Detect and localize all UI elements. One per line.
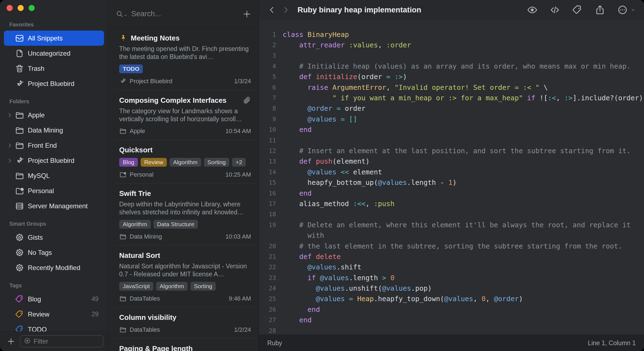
folder-user-icon bbox=[119, 171, 127, 178]
code-text: def initialize(order = :>) bbox=[283, 73, 407, 81]
code-editor[interactable]: 1class BinaryHeap2 attr_reader :values, … bbox=[259, 20, 644, 335]
sidebar-item-no-tags[interactable]: No Tags bbox=[4, 245, 104, 260]
sidebar-item-review[interactable]: Review29 bbox=[4, 307, 104, 322]
chevron-spacer bbox=[7, 311, 15, 318]
language-selector[interactable]: Ruby bbox=[267, 339, 282, 347]
code-text: @values = [] bbox=[283, 115, 357, 123]
folder-icon bbox=[119, 127, 127, 135]
list-item-natural-sort[interactable]: Natural SortNatural Sort algorithm for J… bbox=[115, 245, 255, 307]
close-button[interactable] bbox=[7, 5, 13, 11]
tag-pill: JavaScript bbox=[119, 282, 153, 291]
line-number: 18 bbox=[259, 211, 276, 218]
chevron-spacer bbox=[7, 249, 15, 256]
sidebar-item-apple[interactable]: Apple bbox=[4, 107, 104, 123]
gear-icon bbox=[15, 233, 24, 242]
tag-icon bbox=[15, 325, 24, 332]
forward-button[interactable] bbox=[281, 5, 290, 15]
code-line: 26 end bbox=[259, 304, 644, 315]
back-button[interactable] bbox=[267, 5, 277, 15]
snippet-date: 10:03 AM bbox=[225, 233, 251, 240]
code-text: # the last element in the subtree, sorti… bbox=[283, 242, 622, 250]
folder-name: DataTables bbox=[130, 326, 160, 333]
sidebar-item-todo[interactable]: TODO bbox=[4, 322, 104, 331]
share-icon[interactable] bbox=[594, 4, 605, 15]
code-text: if @values.length > 0 bbox=[283, 274, 394, 282]
filter-icon bbox=[24, 337, 31, 345]
sidebar-section-label: Favorites bbox=[9, 21, 108, 28]
code-line: 17 alias_method :<<, :push bbox=[259, 198, 644, 209]
chevron-right-icon[interactable] bbox=[7, 157, 15, 164]
search-icon[interactable] bbox=[115, 10, 128, 18]
sidebar: FavoritesAll SnippetsUncategorizedTrashP… bbox=[0, 0, 108, 351]
snippet-list-pane: Search... Meeting NotesThe meeting opene… bbox=[108, 0, 259, 351]
chevron-right-icon[interactable] bbox=[7, 112, 15, 119]
code-text: end bbox=[283, 189, 312, 197]
snippet-title: Column visibility bbox=[119, 313, 176, 322]
sidebar-item-data-mining[interactable]: Data Mining bbox=[4, 123, 104, 138]
chevron-spacer bbox=[7, 187, 15, 195]
list-item-paging-page-length[interactable]: Paging & Page length bbox=[115, 339, 255, 351]
filter-input[interactable]: Filter bbox=[20, 335, 103, 347]
list-item-meeting-notes[interactable]: Meeting NotesThe meeting opened with Dr.… bbox=[115, 28, 255, 90]
sidebar-item-all-snippets[interactable]: All Snippets bbox=[4, 31, 104, 46]
list-item-quicksort[interactable]: QuicksortBlogReviewAlgorithmSorting+2Per… bbox=[115, 140, 255, 183]
search-input[interactable]: Search... bbox=[131, 10, 242, 18]
more-menu-button[interactable] bbox=[617, 4, 636, 15]
snippet-date: 10:54 AM bbox=[225, 128, 251, 135]
sidebar-item-server-management[interactable]: Server Management bbox=[4, 198, 104, 214]
tag-icon[interactable] bbox=[572, 4, 583, 15]
sidebar-item-gists[interactable]: Gists bbox=[4, 230, 104, 245]
sidebar-item-project-bluebird[interactable]: Project Bluebird bbox=[4, 76, 104, 91]
snippet-meta: Apple10:54 AM bbox=[119, 127, 251, 135]
sidebar-item-label: Recently Modified bbox=[28, 264, 80, 272]
line-number: 23 bbox=[259, 274, 276, 281]
preview-icon[interactable] bbox=[527, 4, 538, 15]
line-number: 5 bbox=[259, 73, 276, 80]
tag-pill: Data Structure bbox=[154, 220, 198, 229]
sidebar-item-label: TODO bbox=[28, 326, 47, 332]
folder-name: Data Mining bbox=[130, 233, 162, 240]
snippet-tags: TODO bbox=[119, 64, 251, 73]
line-number: 28 bbox=[259, 327, 276, 334]
line-number: 11 bbox=[259, 137, 276, 144]
tag-icon bbox=[15, 310, 24, 319]
sidebar-item-uncategorized[interactable]: Uncategorized bbox=[4, 46, 104, 61]
sidebar-item-label: MySQL bbox=[28, 172, 50, 180]
sidebar-item-personal[interactable]: Personal bbox=[4, 183, 104, 198]
line-number: 21 bbox=[259, 253, 276, 260]
paperclip-icon bbox=[242, 96, 251, 105]
snippet-tags: AlgorithmData Structure bbox=[119, 220, 251, 229]
sidebar-item-mysql[interactable]: MySQL bbox=[4, 168, 104, 183]
snippet-title-row: Paging & Page length bbox=[119, 344, 251, 351]
sidebar-item-trash[interactable]: Trash bbox=[4, 61, 104, 76]
chevron-spacer bbox=[7, 35, 15, 42]
zoom-button[interactable] bbox=[29, 5, 35, 11]
line-number: 24 bbox=[259, 285, 276, 292]
sidebar-item-project-bluebird[interactable]: Project Bluebird bbox=[4, 153, 104, 168]
add-group-button[interactable] bbox=[7, 337, 15, 346]
list-item-column-visibility[interactable]: Column visibilityDataTables1/2/24 bbox=[115, 307, 255, 339]
sidebar-item-label: Trash bbox=[28, 65, 44, 72]
list-item-swift-trie[interactable]: Swift TrieDeep within the Labyrinthine L… bbox=[115, 183, 255, 245]
chevron-spacer bbox=[7, 264, 15, 271]
snippet-title-row: Column visibility bbox=[119, 313, 251, 322]
code-icon[interactable] bbox=[549, 4, 560, 15]
snippet-date: 9:46 AM bbox=[229, 295, 251, 302]
folder-icon bbox=[119, 233, 127, 240]
sidebar-item-blog[interactable]: Blog49 bbox=[4, 291, 104, 307]
window-controls bbox=[0, 0, 108, 16]
tag-pill: Algorithm bbox=[156, 282, 188, 291]
sidebar-item-label: Project Bluebird bbox=[28, 80, 74, 88]
line-number: 8 bbox=[259, 105, 276, 112]
list-item-composing-complex-interfaces[interactable]: Composing Complex InterfacesThe category… bbox=[115, 90, 255, 140]
minimize-button[interactable] bbox=[18, 5, 24, 11]
sidebar-item-recently-modified[interactable]: Recently Modified bbox=[4, 260, 104, 275]
line-number: 3 bbox=[259, 52, 276, 59]
chevron-right-icon[interactable] bbox=[7, 142, 15, 149]
snippet-date: 1/2/24 bbox=[234, 326, 251, 333]
chevron-spacer bbox=[7, 296, 15, 303]
new-snippet-button[interactable] bbox=[242, 9, 252, 19]
sidebar-item-front-end[interactable]: Front End bbox=[4, 138, 104, 153]
snippet-tags: JavaScriptAlgorithmSorting bbox=[119, 282, 251, 291]
code-line: 16 end bbox=[259, 188, 644, 198]
